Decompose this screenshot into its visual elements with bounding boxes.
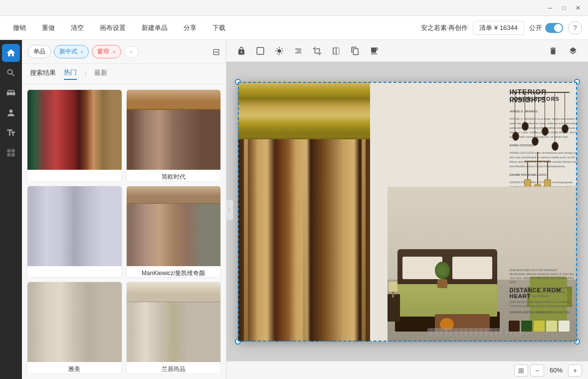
canvas-toolbar-right	[544, 43, 582, 59]
zoom-in-btn[interactable]: +	[568, 365, 582, 377]
filter-tag-1-label: 新中式	[59, 47, 77, 56]
canvas-settings-button[interactable]: 画布设置	[93, 20, 133, 35]
sidebar-text-btn[interactable]	[2, 124, 20, 142]
price-badge: 清单 ¥ 16344	[473, 21, 524, 35]
product-card-5[interactable]: 雅美	[27, 282, 122, 374]
chandelier-area	[510, 82, 570, 202]
search-result-tabs: 搜索结果 热门 | 最新	[22, 64, 226, 84]
undo-button[interactable]: 撤销	[6, 20, 33, 35]
swatch-4	[546, 321, 557, 332]
filter-tag-empty[interactable]: +	[124, 46, 139, 58]
new-product-button[interactable]: 新建单品	[135, 20, 175, 35]
product-label-5: 雅美	[27, 362, 122, 374]
mag-footer-text: HOW MUCH MISS YOU! THE RESONANT REFRESHI…	[510, 268, 575, 314]
plant-decoration	[432, 262, 452, 287]
bedroom-scene	[388, 187, 577, 342]
svg-rect-0	[257, 47, 264, 54]
magazine-layout: INTERIOR INSIGHTS CONTRIBUTORS JORGE S. …	[238, 82, 577, 342]
product-card-3[interactable]	[27, 186, 122, 278]
swatch-2	[521, 321, 532, 332]
product-card-1[interactable]	[27, 89, 122, 182]
tool-crop-btn[interactable]	[308, 43, 326, 59]
product-label-1	[27, 170, 122, 176]
main-area: 单品 新中式 × 窗帘 × + ⊟ 搜索结果 热门 | 最新	[0, 40, 588, 379]
tool-layers-btn[interactable]	[564, 43, 582, 59]
product-label-3	[27, 266, 122, 272]
filter-tag-empty-icon: +	[130, 48, 133, 55]
product-label-4: ManKiewicz/曼凯维奇颜	[127, 266, 221, 278]
main-toolbar: 撤销 重做 清空 画布设置 新建单品 分享 下载 安之若素·再创作 清单 ¥ 1…	[0, 16, 588, 40]
swatch-5	[559, 321, 570, 332]
tool-flip-btn[interactable]	[327, 43, 345, 59]
minimize-button[interactable]: ─	[544, 2, 556, 14]
tool-delete-btn[interactable]	[544, 43, 562, 59]
canvas-toolbar	[226, 40, 588, 62]
product-img-5	[27, 282, 122, 362]
title-bar: ─ □ ✕	[0, 0, 588, 16]
product-card-4[interactable]: ManKiewicz/曼凯维奇颜	[126, 186, 221, 278]
share-button[interactable]: 分享	[177, 20, 203, 35]
search-tab-new[interactable]: 最新	[94, 68, 107, 79]
clear-button[interactable]: 清空	[64, 20, 91, 35]
filter-tag-2-close[interactable]: ×	[112, 49, 115, 55]
sidebar-sofa-btn[interactable]	[2, 84, 20, 102]
product-grid: 简欧时代 ManKiewicz/曼凯维奇颜	[22, 84, 226, 379]
filter-adjust-icon[interactable]: ⊟	[212, 46, 220, 57]
maximize-button[interactable]: □	[558, 2, 570, 14]
close-button[interactable]: ✕	[572, 2, 584, 14]
filter-tag-2-label: 窗帘	[97, 47, 109, 56]
product-img-4	[127, 186, 221, 266]
design-canvas: INTERIOR INSIGHTS CONTRIBUTORS JORGE S. …	[238, 82, 577, 342]
product-panel: 单品 新中式 × 窗帘 × + ⊟ 搜索结果 热门 | 最新	[22, 40, 226, 379]
download-button[interactable]: 下载	[205, 20, 232, 35]
product-img-1	[27, 90, 122, 170]
public-toggle[interactable]: 公开	[529, 23, 563, 33]
toolbar-right: 安之若素·再创作 清单 ¥ 16344 公开 ?	[421, 21, 582, 35]
canvas-area: INTERIOR INSIGHTS CONTRIBUTORS JORGE S. …	[226, 40, 588, 379]
help-button[interactable]: ?	[568, 21, 582, 35]
tool-sun-btn[interactable]	[270, 43, 288, 59]
product-card-6[interactable]: 兰居尚品	[126, 282, 221, 374]
rug	[427, 328, 522, 336]
magazine-right: INTERIOR INSIGHTS CONTRIBUTORS JORGE S. …	[370, 82, 577, 342]
sidebar-search-btn[interactable]	[2, 64, 20, 82]
bedroom-bg	[388, 187, 577, 342]
product-img-3	[27, 186, 122, 266]
toggle-switch[interactable]	[545, 23, 563, 33]
tool-align-btn[interactable]	[289, 43, 307, 59]
sidebar-person-btn[interactable]	[2, 104, 20, 122]
sidebar-grid-btn[interactable]	[2, 144, 20, 162]
search-tab-hot[interactable]: 热门	[64, 68, 77, 80]
product-img-6	[127, 282, 221, 362]
lamp	[389, 282, 397, 297]
tool-stamp-btn[interactable]	[365, 43, 383, 59]
filter-tag-default-label: 单品	[33, 47, 45, 56]
search-tab-divider: |	[85, 70, 86, 77]
tool-clone-btn[interactable]	[346, 43, 364, 59]
icon-sidebar	[0, 40, 22, 379]
color-swatches	[509, 321, 570, 332]
user-name: 安之若素·再创作	[421, 23, 468, 32]
search-results-label: 搜索结果	[30, 68, 56, 79]
filter-tag-2[interactable]: 窗帘 ×	[92, 45, 121, 58]
filter-tag-1[interactable]: 新中式 ×	[54, 45, 89, 58]
sidebar-home-btn[interactable]	[2, 44, 20, 62]
public-label: 公开	[529, 23, 542, 32]
product-card-2[interactable]: 简欧时代	[126, 89, 221, 182]
product-label-6: 兰居尚品	[127, 362, 221, 374]
zoom-level: 60%	[546, 367, 566, 374]
bedding	[397, 284, 497, 317]
canvas-main[interactable]: INTERIOR INSIGHTS CONTRIBUTORS JORGE S. …	[226, 62, 588, 361]
nightstand	[388, 294, 400, 322]
product-img-2	[127, 90, 221, 170]
filter-tag-default[interactable]: 单品	[28, 45, 51, 58]
swatch-3	[534, 321, 545, 332]
panel-collapse-handle[interactable]: ‹	[226, 200, 233, 220]
filter-tag-1-close[interactable]: ×	[80, 49, 83, 55]
curtain-area	[238, 82, 370, 342]
tool-frame-btn[interactable]	[251, 43, 269, 59]
fit-screen-btn[interactable]: ⊞	[514, 365, 528, 377]
redo-button[interactable]: 重做	[35, 20, 62, 35]
tool-lock-btn[interactable]	[232, 43, 250, 59]
zoom-out-btn[interactable]: −	[530, 365, 544, 377]
